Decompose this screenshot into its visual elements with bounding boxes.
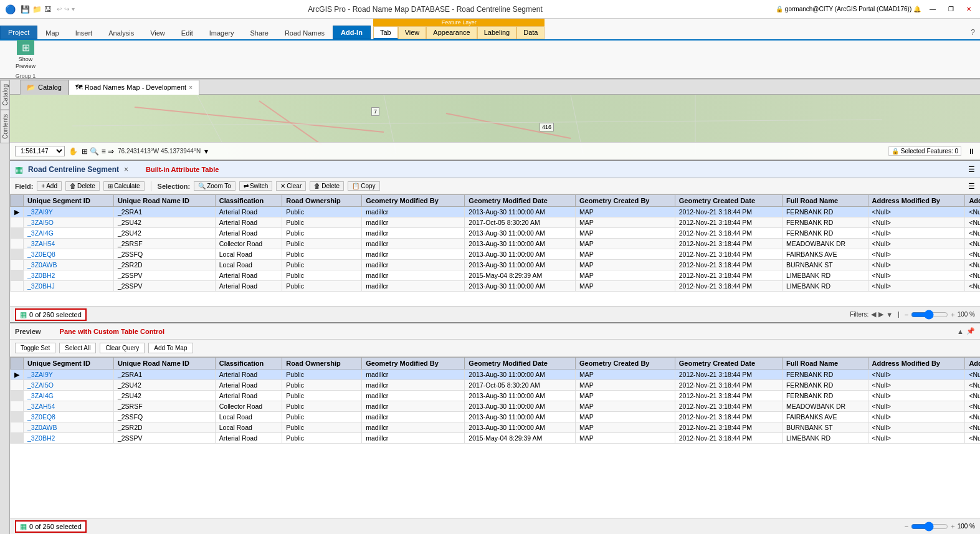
table-cell: Arterial Road: [215, 217, 282, 228]
col-addr-modified-date[interactable]: Address Modified Date: [965, 195, 980, 207]
clear-query-btn[interactable]: Clear Query: [100, 343, 145, 353]
col-indicator: [11, 195, 24, 207]
attribute-data-table-wrapper[interactable]: Unique Segment ID Unique Road Name ID Cl…: [10, 194, 980, 306]
filter-options-btn[interactable]: ▼: [886, 311, 893, 318]
preview-col-classification[interactable]: Classification: [215, 358, 282, 370]
table-row[interactable]: _3Z0BH2_2SSPVArterial RoadPublicmadillcr…: [11, 433, 981, 444]
pan-icon[interactable]: ✋: [69, 147, 78, 156]
toggle-set-btn[interactable]: Toggle Set: [15, 343, 55, 353]
zoom-out-btn[interactable]: −: [905, 311, 908, 318]
table-cell: Collector Road: [215, 401, 282, 412]
restore-btn[interactable]: ❐: [944, 6, 958, 12]
delete-field-btn[interactable]: 🗑 Delete: [65, 181, 100, 191]
tab-analysis[interactable]: Analysis: [100, 26, 142, 39]
table-row[interactable]: _3Z0BH2_2SSPVArterial RoadPublicmadillcr…: [11, 270, 981, 281]
preview-col-addr-modified-date[interactable]: Address Modified Date: [965, 358, 980, 370]
table-cell: 2012-Nov-21 3:18:44 PM: [675, 217, 782, 228]
preview-col-segment-id[interactable]: Unique Segment ID: [24, 358, 114, 370]
table-row[interactable]: _3ZAI4G_2SU42Arterial RoadPublicmadillcr…: [11, 228, 981, 239]
preview-collapse-btn[interactable]: ▲ 📌: [957, 327, 975, 335]
col-geom-created-date[interactable]: Geometry Created Date: [675, 195, 782, 207]
help-icon[interactable]: ?: [966, 26, 980, 39]
filter-forward-btn[interactable]: ▶: [878, 310, 883, 318]
delete-sel-btn[interactable]: 🗑 Delete: [310, 181, 344, 191]
tab-view[interactable]: View: [142, 26, 173, 39]
preview-col-road-name-id[interactable]: Unique Road Name ID: [113, 358, 215, 370]
preview-col-road-ownership[interactable]: Road Ownership: [282, 358, 362, 370]
zoom-to-btn[interactable]: 🔍 Zoom To: [194, 181, 235, 191]
col-road-ownership[interactable]: Road Ownership: [282, 195, 362, 207]
calculate-btn[interactable]: ⊞ Calculate: [103, 181, 145, 191]
table-row[interactable]: ▶_3ZAI9Y_2SRA1Arterial RoadPublicmadillc…: [11, 370, 981, 380]
table-row[interactable]: _3ZAH54_2SRSFCollector RoadPublicmadillc…: [11, 239, 981, 249]
filter-back-btn[interactable]: ◀: [871, 310, 876, 318]
table-close-btn[interactable]: ×: [124, 165, 128, 174]
tab-feature-labeling[interactable]: Labeling: [477, 26, 517, 39]
table-row[interactable]: _3Z0AWB_2SR2DLocal RoadPublicmadillcr201…: [11, 422, 981, 433]
preview-col-addr-modified-by[interactable]: Address Modified By: [868, 358, 965, 370]
preview-col-geom-modified-date[interactable]: Geometry Modified Date: [465, 358, 576, 370]
preview-col-full-road-name[interactable]: Full Road Name: [782, 358, 868, 370]
show-preview-btn[interactable]: ⊞ Show Preview: [10, 39, 41, 70]
switch-btn[interactable]: ⇄ Switch: [239, 181, 272, 191]
table-row[interactable]: ▶_3ZAI9Y_2SRA1Arterial RoadPublicmadillc…: [11, 207, 981, 217]
tab-addin[interactable]: Add-In: [333, 26, 371, 39]
table-row[interactable]: _3ZAI5O_2SU42Arterial RoadPublicmadillcr…: [11, 217, 981, 228]
clear-btn[interactable]: ✕ Clear: [276, 181, 306, 191]
select-all-btn[interactable]: Select All: [59, 343, 96, 353]
tab-feature-tab[interactable]: Tab: [373, 26, 398, 39]
preview-col-geom-modified-by[interactable]: Geometry Modified By: [362, 358, 465, 370]
table-row[interactable]: _3Z0EQ8_2SSFQLocal RoadPublicmadillcr201…: [11, 249, 981, 260]
contents-side-tab[interactable]: Contents: [0, 110, 9, 143]
copy-btn[interactable]: 📋 Copy: [348, 181, 379, 191]
preview-zoom-in-btn[interactable]: +: [951, 523, 954, 530]
coord-dropdown-icon[interactable]: ▾: [204, 147, 208, 156]
preview-col-geom-created-by[interactable]: Geometry Created By: [575, 358, 675, 370]
table-row[interactable]: _3Z0AWB_2SR2DLocal RoadPublicmadillcr201…: [11, 260, 981, 270]
zoom-slider[interactable]: [911, 310, 948, 320]
col-classification[interactable]: Classification: [215, 195, 282, 207]
table-row[interactable]: _3ZAI5O_2SU42Arterial RoadPublicmadillcr…: [11, 380, 981, 391]
tab-insert[interactable]: Insert: [67, 26, 101, 39]
table-row[interactable]: _3Z0BHJ_2SSPVArterial RoadPublicmadillcr…: [11, 281, 981, 292]
tab-roadnames[interactable]: Road Names: [277, 26, 333, 39]
close-btn[interactable]: ✕: [963, 6, 975, 12]
tab-close-icon[interactable]: ×: [189, 84, 193, 91]
tab-feature-data[interactable]: Data: [516, 26, 545, 39]
tab-imagery[interactable]: Imagery: [201, 26, 242, 39]
table-row[interactable]: _3ZAI4G_2SU42Arterial RoadPublicmadillcr…: [11, 391, 981, 401]
table-row[interactable]: _3Z0EQ8_2SSFQLocal RoadPublicmadillcr201…: [11, 412, 981, 422]
preview-table-wrapper[interactable]: Unique Segment ID Unique Road Name ID Cl…: [10, 357, 980, 518]
preview-status-bar: ▦ 0 of 260 selected − + 100 %: [10, 518, 980, 534]
preview-zoom-out-btn[interactable]: −: [905, 523, 908, 530]
table-cell: FERNBANK RD: [782, 380, 868, 391]
tab-share[interactable]: Share: [242, 26, 277, 39]
catalog-side-tab[interactable]: Catalog: [0, 80, 9, 110]
pause-icon[interactable]: ⏸: [968, 147, 975, 156]
add-to-map-btn[interactable]: Add To Map: [148, 343, 193, 353]
preview-col-geom-created-date[interactable]: Geometry Created Date: [675, 358, 782, 370]
minimize-btn[interactable]: —: [926, 6, 940, 12]
table-row[interactable]: _3ZAH54_2SRSFCollector RoadPublicmadillc…: [11, 401, 981, 412]
table-menu-icon[interactable]: ☰: [968, 182, 975, 191]
col-geom-created-by[interactable]: Geometry Created By: [575, 195, 675, 207]
preview-table-icon: ▦: [20, 522, 27, 531]
doc-tab-catalog[interactable]: 📂 Catalog: [20, 80, 69, 95]
table-options-icon[interactable]: ☰: [968, 165, 975, 174]
tab-feature-view[interactable]: View: [398, 26, 427, 39]
zoom-in-btn[interactable]: +: [951, 311, 954, 318]
scale-select[interactable]: 1:561,147: [15, 146, 65, 156]
col-geom-modified-by[interactable]: Geometry Modified By: [362, 195, 465, 207]
tab-project[interactable]: Project: [0, 26, 37, 39]
col-full-road-name[interactable]: Full Road Name: [782, 195, 868, 207]
doc-tab-roadnames[interactable]: 🗺 Road Names Map - Development ×: [69, 80, 199, 95]
col-geom-modified-date[interactable]: Geometry Modified Date: [465, 195, 576, 207]
col-addr-modified-by[interactable]: Address Modified By: [868, 195, 965, 207]
tab-map[interactable]: Map: [37, 26, 67, 39]
col-segment-id[interactable]: Unique Segment ID: [24, 195, 114, 207]
preview-zoom-slider[interactable]: [911, 522, 948, 532]
tab-feature-appearance[interactable]: Appearance: [426, 26, 477, 39]
col-road-name-id[interactable]: Unique Road Name ID: [113, 195, 215, 207]
add-field-btn[interactable]: + Add: [37, 181, 62, 191]
tab-edit[interactable]: Edit: [173, 26, 201, 39]
